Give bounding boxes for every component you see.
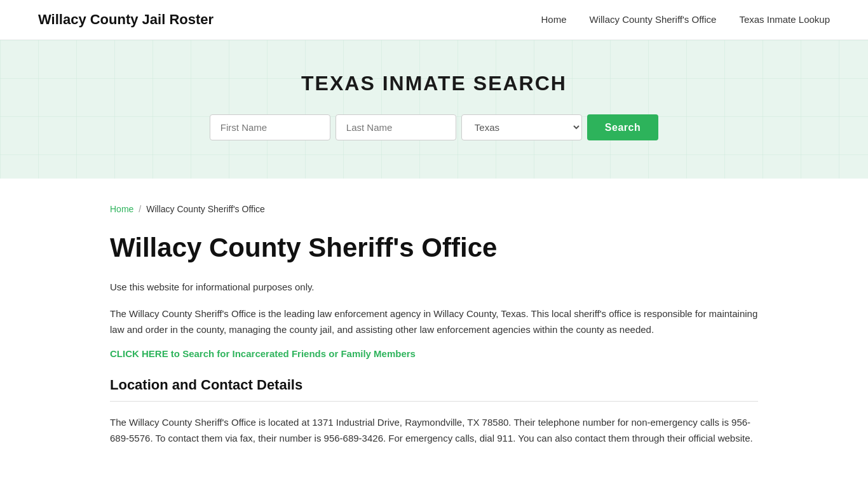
page-title: Willacy County Sheriff's Office: [110, 232, 758, 264]
search-button[interactable]: Search: [587, 114, 658, 140]
hero-heading: TEXAS INMATE SEARCH: [13, 72, 855, 95]
nav-item-sheriffs-office: Willacy County Sheriff's Office: [590, 14, 717, 25]
intro-paragraph-2: The Willacy County Sheriff's Office is t…: [110, 306, 758, 338]
site-title[interactable]: Willacy County Jail Roster: [38, 11, 214, 28]
site-header: Willacy County Jail Roster Home Willacy …: [0, 0, 868, 40]
intro-paragraph-1: Use this website for informational purpo…: [110, 279, 758, 295]
first-name-input[interactable]: [210, 114, 330, 140]
breadcrumb-current: Willacy County Sheriff's Office: [146, 204, 265, 214]
nav-link-sheriffs-office[interactable]: Willacy County Sheriff's Office: [590, 14, 717, 25]
nav-item-inmate-lookup: Texas Inmate Lookup: [739, 14, 830, 25]
search-form: Texas Search: [13, 114, 855, 140]
breadcrumb-home-link[interactable]: Home: [110, 204, 133, 214]
breadcrumb-separator: /: [139, 204, 141, 214]
main-content: Home / Willacy County Sheriff's Office W…: [72, 179, 796, 485]
last-name-input[interactable]: [336, 114, 456, 140]
main-nav: Home Willacy County Sheriff's Office Tex…: [541, 14, 831, 25]
nav-item-home: Home: [541, 14, 567, 25]
nav-links: Home Willacy County Sheriff's Office Tex…: [541, 14, 831, 25]
search-hero: TEXAS INMATE SEARCH Texas Search: [0, 40, 868, 179]
location-paragraph: The Willacy County Sheriff's Office is l…: [110, 414, 758, 447]
nav-link-home[interactable]: Home: [541, 14, 567, 25]
breadcrumb: Home / Willacy County Sheriff's Office: [110, 204, 758, 214]
nav-link-inmate-lookup[interactable]: Texas Inmate Lookup: [739, 14, 830, 25]
location-section-heading: Location and Contact Details: [110, 377, 758, 402]
cta-search-link[interactable]: CLICK HERE to Search for Incarcerated Fr…: [110, 348, 416, 359]
state-select[interactable]: Texas: [461, 114, 582, 140]
